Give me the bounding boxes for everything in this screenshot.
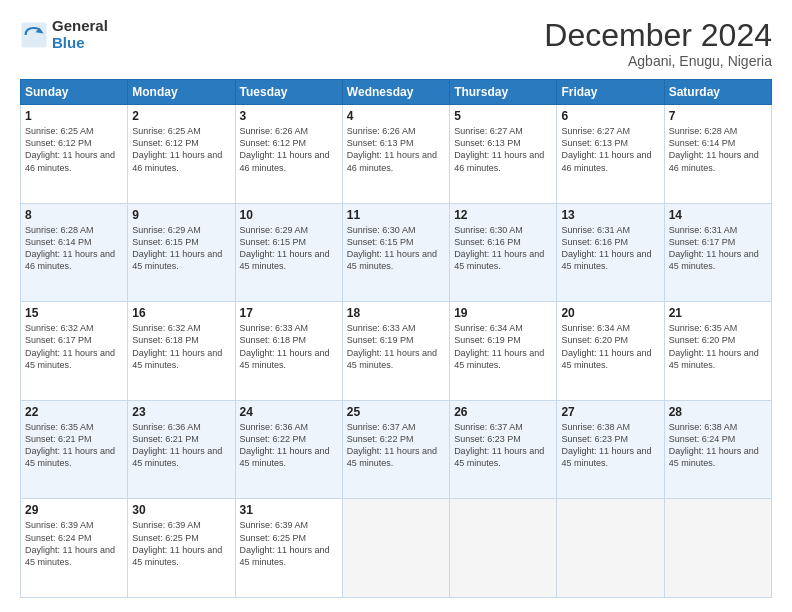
calendar-cell: 11 Sunrise: 6:30 AMSunset: 6:15 PMDaylig…: [342, 203, 449, 302]
day-number: 1: [25, 109, 123, 123]
day-number: 31: [240, 503, 338, 517]
day-detail: Sunrise: 6:32 AMSunset: 6:17 PMDaylight:…: [25, 323, 115, 369]
calendar-cell: 23 Sunrise: 6:36 AMSunset: 6:21 PMDaylig…: [128, 400, 235, 499]
calendar-cell: 4 Sunrise: 6:26 AMSunset: 6:13 PMDayligh…: [342, 105, 449, 204]
day-number: 6: [561, 109, 659, 123]
day-number: 20: [561, 306, 659, 320]
day-detail: Sunrise: 6:31 AMSunset: 6:16 PMDaylight:…: [561, 225, 651, 271]
title-block: December 2024 Agbani, Enugu, Nigeria: [544, 18, 772, 69]
calendar-cell: 29 Sunrise: 6:39 AMSunset: 6:24 PMDaylig…: [21, 499, 128, 598]
day-number: 23: [132, 405, 230, 419]
day-detail: Sunrise: 6:31 AMSunset: 6:17 PMDaylight:…: [669, 225, 759, 271]
calendar-cell: 24 Sunrise: 6:36 AMSunset: 6:22 PMDaylig…: [235, 400, 342, 499]
day-detail: Sunrise: 6:29 AMSunset: 6:15 PMDaylight:…: [240, 225, 330, 271]
day-detail: Sunrise: 6:38 AMSunset: 6:23 PMDaylight:…: [561, 422, 651, 468]
logo-icon: [20, 21, 48, 49]
day-number: 4: [347, 109, 445, 123]
col-sunday: Sunday: [21, 80, 128, 105]
calendar-cell: 5 Sunrise: 6:27 AMSunset: 6:13 PMDayligh…: [450, 105, 557, 204]
day-number: 16: [132, 306, 230, 320]
calendar-cell: 15 Sunrise: 6:32 AMSunset: 6:17 PMDaylig…: [21, 302, 128, 401]
day-number: 14: [669, 208, 767, 222]
calendar-cell: 7 Sunrise: 6:28 AMSunset: 6:14 PMDayligh…: [664, 105, 771, 204]
calendar-week-row: 15 Sunrise: 6:32 AMSunset: 6:17 PMDaylig…: [21, 302, 772, 401]
calendar-cell: [342, 499, 449, 598]
logo-text: General Blue: [52, 18, 108, 51]
col-monday: Monday: [128, 80, 235, 105]
day-detail: Sunrise: 6:30 AMSunset: 6:15 PMDaylight:…: [347, 225, 437, 271]
calendar-week-row: 22 Sunrise: 6:35 AMSunset: 6:21 PMDaylig…: [21, 400, 772, 499]
calendar-cell: 30 Sunrise: 6:39 AMSunset: 6:25 PMDaylig…: [128, 499, 235, 598]
calendar-cell: 9 Sunrise: 6:29 AMSunset: 6:15 PMDayligh…: [128, 203, 235, 302]
calendar-cell: 18 Sunrise: 6:33 AMSunset: 6:19 PMDaylig…: [342, 302, 449, 401]
day-number: 28: [669, 405, 767, 419]
day-number: 9: [132, 208, 230, 222]
calendar-cell: 6 Sunrise: 6:27 AMSunset: 6:13 PMDayligh…: [557, 105, 664, 204]
col-wednesday: Wednesday: [342, 80, 449, 105]
day-detail: Sunrise: 6:34 AMSunset: 6:19 PMDaylight:…: [454, 323, 544, 369]
col-saturday: Saturday: [664, 80, 771, 105]
day-detail: Sunrise: 6:33 AMSunset: 6:18 PMDaylight:…: [240, 323, 330, 369]
day-detail: Sunrise: 6:38 AMSunset: 6:24 PMDaylight:…: [669, 422, 759, 468]
calendar-cell: 12 Sunrise: 6:30 AMSunset: 6:16 PMDaylig…: [450, 203, 557, 302]
day-number: 29: [25, 503, 123, 517]
calendar-cell: 19 Sunrise: 6:34 AMSunset: 6:19 PMDaylig…: [450, 302, 557, 401]
day-detail: Sunrise: 6:27 AMSunset: 6:13 PMDaylight:…: [454, 126, 544, 172]
calendar-cell: 16 Sunrise: 6:32 AMSunset: 6:18 PMDaylig…: [128, 302, 235, 401]
calendar-cell: 22 Sunrise: 6:35 AMSunset: 6:21 PMDaylig…: [21, 400, 128, 499]
subtitle: Agbani, Enugu, Nigeria: [544, 53, 772, 69]
calendar-cell: 13 Sunrise: 6:31 AMSunset: 6:16 PMDaylig…: [557, 203, 664, 302]
day-detail: Sunrise: 6:26 AMSunset: 6:12 PMDaylight:…: [240, 126, 330, 172]
day-number: 5: [454, 109, 552, 123]
calendar-cell: 17 Sunrise: 6:33 AMSunset: 6:18 PMDaylig…: [235, 302, 342, 401]
calendar-cell: 21 Sunrise: 6:35 AMSunset: 6:20 PMDaylig…: [664, 302, 771, 401]
day-number: 12: [454, 208, 552, 222]
logo-blue: Blue: [52, 35, 108, 52]
day-number: 8: [25, 208, 123, 222]
calendar-cell: 1 Sunrise: 6:25 AMSunset: 6:12 PMDayligh…: [21, 105, 128, 204]
day-detail: Sunrise: 6:35 AMSunset: 6:21 PMDaylight:…: [25, 422, 115, 468]
day-number: 22: [25, 405, 123, 419]
day-number: 25: [347, 405, 445, 419]
day-detail: Sunrise: 6:25 AMSunset: 6:12 PMDaylight:…: [132, 126, 222, 172]
calendar-cell: 20 Sunrise: 6:34 AMSunset: 6:20 PMDaylig…: [557, 302, 664, 401]
calendar-cell: [557, 499, 664, 598]
logo-general: General: [52, 18, 108, 35]
col-friday: Friday: [557, 80, 664, 105]
day-number: 30: [132, 503, 230, 517]
day-number: 24: [240, 405, 338, 419]
day-detail: Sunrise: 6:37 AMSunset: 6:22 PMDaylight:…: [347, 422, 437, 468]
calendar-header-row: Sunday Monday Tuesday Wednesday Thursday…: [21, 80, 772, 105]
day-number: 26: [454, 405, 552, 419]
day-detail: Sunrise: 6:36 AMSunset: 6:21 PMDaylight:…: [132, 422, 222, 468]
day-number: 7: [669, 109, 767, 123]
calendar: Sunday Monday Tuesday Wednesday Thursday…: [20, 79, 772, 598]
day-detail: Sunrise: 6:34 AMSunset: 6:20 PMDaylight:…: [561, 323, 651, 369]
calendar-week-row: 1 Sunrise: 6:25 AMSunset: 6:12 PMDayligh…: [21, 105, 772, 204]
calendar-cell: 25 Sunrise: 6:37 AMSunset: 6:22 PMDaylig…: [342, 400, 449, 499]
col-tuesday: Tuesday: [235, 80, 342, 105]
day-number: 17: [240, 306, 338, 320]
day-detail: Sunrise: 6:39 AMSunset: 6:25 PMDaylight:…: [240, 520, 330, 566]
logo: General Blue: [20, 18, 108, 51]
day-number: 11: [347, 208, 445, 222]
main-title: December 2024: [544, 18, 772, 53]
day-detail: Sunrise: 6:33 AMSunset: 6:19 PMDaylight:…: [347, 323, 437, 369]
day-detail: Sunrise: 6:27 AMSunset: 6:13 PMDaylight:…: [561, 126, 651, 172]
day-number: 13: [561, 208, 659, 222]
calendar-cell: 28 Sunrise: 6:38 AMSunset: 6:24 PMDaylig…: [664, 400, 771, 499]
day-number: 27: [561, 405, 659, 419]
day-detail: Sunrise: 6:35 AMSunset: 6:20 PMDaylight:…: [669, 323, 759, 369]
calendar-cell: 10 Sunrise: 6:29 AMSunset: 6:15 PMDaylig…: [235, 203, 342, 302]
day-detail: Sunrise: 6:37 AMSunset: 6:23 PMDaylight:…: [454, 422, 544, 468]
day-detail: Sunrise: 6:32 AMSunset: 6:18 PMDaylight:…: [132, 323, 222, 369]
day-detail: Sunrise: 6:25 AMSunset: 6:12 PMDaylight:…: [25, 126, 115, 172]
day-detail: Sunrise: 6:28 AMSunset: 6:14 PMDaylight:…: [25, 225, 115, 271]
day-number: 10: [240, 208, 338, 222]
day-detail: Sunrise: 6:36 AMSunset: 6:22 PMDaylight:…: [240, 422, 330, 468]
day-number: 21: [669, 306, 767, 320]
header: General Blue December 2024 Agbani, Enugu…: [20, 18, 772, 69]
day-detail: Sunrise: 6:29 AMSunset: 6:15 PMDaylight:…: [132, 225, 222, 271]
calendar-cell: [664, 499, 771, 598]
calendar-cell: 8 Sunrise: 6:28 AMSunset: 6:14 PMDayligh…: [21, 203, 128, 302]
